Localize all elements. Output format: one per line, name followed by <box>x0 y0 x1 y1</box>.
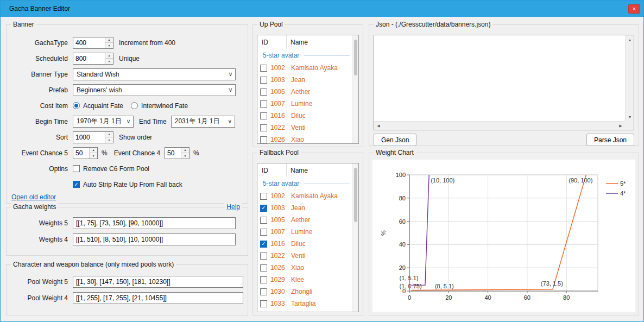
close-button[interactable]: × <box>628 4 640 14</box>
prefab-select[interactable]: Beginners' wish ∨ <box>73 84 236 96</box>
scroll-down-icon[interactable]: ▼ <box>626 112 634 121</box>
pool-row[interactable]: 1033Tartaglia <box>257 298 352 310</box>
pool-row[interactable]: 1002Kamisato Ayaka <box>257 190 352 202</box>
row-checkbox[interactable] <box>260 217 267 224</box>
spin-down-icon[interactable]: ▼ <box>105 58 113 64</box>
column-header-id[interactable]: ID <box>257 35 286 49</box>
row-checkbox[interactable] <box>260 193 267 200</box>
spin-down-icon[interactable]: ▼ <box>181 153 189 159</box>
row-checkbox[interactable] <box>260 77 267 84</box>
weights-5-input[interactable] <box>73 217 236 229</box>
event-chance-4-value[interactable] <box>165 148 181 159</box>
scroll-right-icon[interactable]: ▶ <box>616 122 625 130</box>
event-chance-5-value[interactable] <box>73 148 89 159</box>
auto-strip-checkbox[interactable]: ✓ <box>73 181 80 188</box>
row-checkbox[interactable]: ✓ <box>260 241 267 248</box>
fallback-pool-scrollbar[interactable] <box>352 163 358 312</box>
schedule-id-input[interactable]: ▲▼ <box>73 53 113 65</box>
banner-type-select[interactable]: Standard Wish ∨ <box>73 68 236 80</box>
spin-up-icon[interactable]: ▲ <box>181 148 189 153</box>
pool-row[interactable]: 1016Diluc <box>257 110 352 122</box>
pool-row[interactable]: 1022Venti <box>257 250 352 262</box>
chevron-down-icon[interactable]: ∨ <box>124 118 133 124</box>
row-checkbox[interactable] <box>260 89 267 96</box>
schedule-id-value[interactable] <box>73 53 105 64</box>
spin-down-icon[interactable]: ▼ <box>90 153 97 159</box>
row-checkbox[interactable] <box>260 100 267 108</box>
pool-row[interactable]: 1005Aether <box>257 86 352 98</box>
pool-row[interactable]: 1029Klee <box>257 274 352 286</box>
sort-input[interactable]: ▲▼ <box>73 131 113 143</box>
event-chance-5-input[interactable]: ▲▼ <box>73 147 98 159</box>
json-vertical-scrollbar[interactable]: ▲ ▼ <box>625 35 634 121</box>
row-checkbox[interactable] <box>260 136 267 143</box>
scrollbar-thumb[interactable] <box>354 168 357 222</box>
pool-row[interactable]: 1007Lumine <box>257 98 352 110</box>
row-checkbox[interactable]: ✓ <box>260 205 267 212</box>
up-pool-scrollbar[interactable] <box>352 35 358 143</box>
chevron-down-icon[interactable]: ∨ <box>225 118 235 124</box>
row-checkbox[interactable] <box>260 288 267 295</box>
column-header-id[interactable]: ID <box>257 163 286 177</box>
pool-weight-5-input[interactable] <box>73 276 243 288</box>
remove-c6-label[interactable]: Remove C6 Form Pool <box>83 165 149 173</box>
row-checkbox[interactable] <box>260 300 267 307</box>
scroll-left-icon[interactable]: ◀ <box>374 122 383 130</box>
event-chance-4-input[interactable]: ▲▼ <box>165 147 190 159</box>
pool-row[interactable]: ✓1003Jean <box>257 202 352 214</box>
gacha-type-value[interactable] <box>73 37 105 48</box>
remove-c6-checkbox[interactable] <box>73 165 80 172</box>
pool-row[interactable]: 1030Zhongli <box>257 286 352 298</box>
row-checkbox[interactable] <box>260 252 267 260</box>
spin-down-icon[interactable]: ▼ <box>105 42 113 48</box>
titlebar[interactable]: Gacha Banner Editor × <box>1 1 643 17</box>
pool-weight-4-input[interactable] <box>73 292 243 304</box>
column-header-name[interactable]: Name <box>286 35 352 49</box>
end-time-picker[interactable]: 2031年 1月 1日 ∨ <box>171 116 235 128</box>
json-horizontal-scrollbar[interactable]: ◀ ▶ <box>374 121 625 130</box>
row-checkbox[interactable] <box>260 112 267 119</box>
begin-time-picker[interactable]: 1970年 1月 1日 ∨ <box>73 116 134 128</box>
row-checkbox[interactable] <box>260 264 267 272</box>
row-id: 1033 <box>270 300 287 307</box>
scroll-up-icon[interactable]: ▲ <box>626 35 634 44</box>
weights-5-row: Weights 5 <box>11 215 244 231</box>
help-link[interactable]: Help <box>224 203 242 211</box>
parse-json-button[interactable]: Parse Json <box>586 134 634 146</box>
row-checkbox[interactable] <box>260 65 267 72</box>
acquaint-fate-label[interactable]: Acquaint Fate <box>83 102 123 110</box>
gen-json-button[interactable]: Gen Json <box>374 134 416 146</box>
open-old-editor-link[interactable]: Open old editor <box>11 193 56 201</box>
row-checkbox[interactable] <box>260 124 267 131</box>
pool-row[interactable]: 1005Aether <box>257 214 352 226</box>
spin-down-icon[interactable]: ▼ <box>105 137 113 143</box>
json-textarea[interactable]: ▲ ▼ ◀ ▶ <box>374 35 634 130</box>
gacha-type-input[interactable]: ▲▼ <box>73 37 113 49</box>
pool-row[interactable]: 1002Kamisato Ayaka <box>257 62 352 74</box>
json-content[interactable] <box>375 36 624 120</box>
pool-row[interactable]: ✓1035Qiqi <box>257 310 352 312</box>
weights-4-input[interactable] <box>73 233 236 245</box>
pool-row[interactable]: 1007Lumine <box>257 226 352 238</box>
spin-up-icon[interactable]: ▲ <box>105 53 113 59</box>
intertwined-fate-radio[interactable] <box>131 102 138 109</box>
acquaint-fate-radio[interactable] <box>73 102 80 109</box>
scrollbar-thumb[interactable] <box>354 40 357 75</box>
row-checkbox[interactable] <box>260 276 267 283</box>
spin-up-icon[interactable]: ▲ <box>90 148 97 153</box>
row-checkbox[interactable] <box>260 229 267 236</box>
intertwined-fate-label[interactable]: Intertwined Fate <box>141 102 188 110</box>
spin-up-icon[interactable]: ▲ <box>105 132 113 137</box>
pool-row[interactable]: 1003Jean <box>257 74 352 86</box>
chevron-down-icon[interactable]: ∨ <box>226 71 235 77</box>
end-time-value: 2031年 1月 1日 <box>175 117 220 126</box>
column-header-name[interactable]: Name <box>286 163 352 177</box>
pool-row[interactable]: 1022Venti <box>257 122 352 134</box>
pool-row[interactable]: 1026Xiao <box>257 134 352 143</box>
pool-row[interactable]: ✓1016Diluc <box>257 238 352 250</box>
sort-value[interactable] <box>73 132 105 143</box>
auto-strip-label[interactable]: Auto Strip Rate Up From Fall back <box>83 181 182 188</box>
pool-row[interactable]: 1026Xiao <box>257 262 352 274</box>
spin-up-icon[interactable]: ▲ <box>105 37 113 43</box>
chevron-down-icon[interactable]: ∨ <box>226 87 235 93</box>
